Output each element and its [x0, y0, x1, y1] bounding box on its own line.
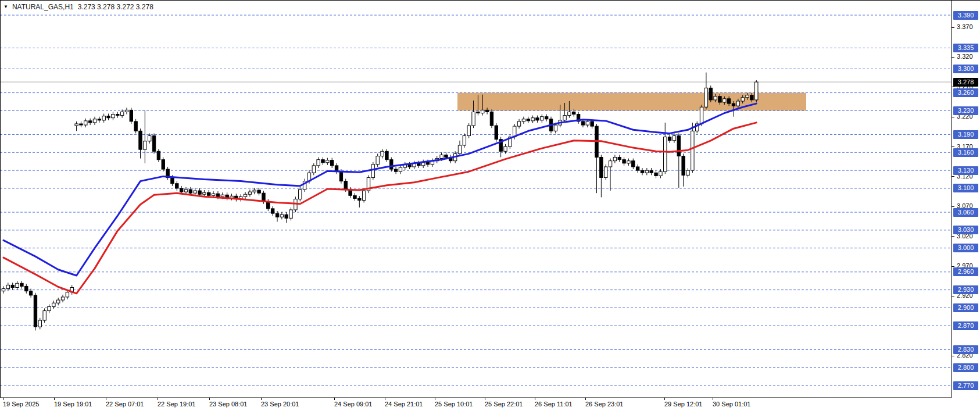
price-tick: [952, 117, 954, 117]
candle-bullish: [645, 170, 648, 173]
candle-bearish: [152, 136, 155, 152]
candle-bullish: [194, 191, 196, 193]
candle-bearish: [198, 191, 201, 194]
price-level-badge: 2.930: [953, 285, 978, 294]
candle-bullish: [458, 145, 461, 153]
candle-bullish: [541, 117, 543, 120]
candle-bearish: [180, 188, 183, 192]
time-tick-label: 25 Sep 10:01: [435, 401, 473, 408]
candle-bullish: [248, 192, 251, 194]
time-tick-label: 19 Sep 2025: [3, 401, 39, 408]
candle-bullish: [362, 191, 365, 200]
candle-bullish: [467, 126, 470, 135]
candle-bearish: [545, 117, 548, 119]
candle-bullish: [48, 306, 51, 310]
candle-bullish: [517, 121, 520, 126]
price-tick: [952, 27, 954, 28]
candle-bearish: [485, 110, 488, 112]
time-tick-label: 24 Sep 09:01: [334, 401, 372, 408]
candle-bullish: [700, 107, 703, 124]
time-tick-label: 26 Sep 23:01: [585, 401, 623, 408]
current-price-badge: 3.278: [953, 78, 978, 87]
time-tick: [585, 398, 586, 400]
candle-bullish: [736, 101, 739, 106]
candle-bearish: [632, 161, 635, 167]
candle-bullish: [93, 119, 96, 123]
candle-bearish: [353, 195, 356, 198]
candle-bullish: [148, 136, 151, 141]
candle-bullish: [43, 311, 46, 320]
candle-bullish: [686, 170, 689, 175]
candle-bullish: [704, 88, 707, 107]
candle-bullish: [75, 124, 78, 126]
trading-chart-window: ▼ NATURAL_GAS,H1 3.273 3.278 3.272 3.278…: [0, 0, 980, 411]
candle-bearish: [171, 177, 174, 183]
candle-bullish: [57, 300, 60, 303]
time-tick: [261, 398, 262, 400]
candle-bullish: [741, 98, 744, 101]
candle-bullish: [504, 146, 507, 151]
candle-bullish: [531, 118, 534, 121]
candle-bearish: [709, 88, 712, 100]
time-tick: [535, 398, 535, 400]
time-tick-label: 30 Sep 01:01: [713, 401, 750, 408]
price-level-badge: 3.230: [953, 106, 978, 115]
price-tick: [952, 87, 954, 87]
resistance-zone: [457, 93, 806, 111]
candle-bullish: [609, 161, 611, 167]
candle-bullish: [326, 160, 329, 163]
candle-bearish: [130, 110, 133, 121]
price-tick: [952, 206, 954, 207]
time-tick: [54, 398, 55, 400]
candle-bearish: [321, 160, 324, 163]
candle-bearish: [394, 169, 397, 171]
candle-bearish: [654, 173, 657, 176]
time-tick: [334, 398, 335, 400]
candle-bearish: [581, 121, 584, 125]
candle-bullish: [84, 121, 87, 125]
price-level-badge: 3.260: [953, 88, 978, 97]
candle-bullish: [2, 289, 5, 291]
ma-fast-blue-line: [3, 103, 756, 276]
candle-bullish: [317, 160, 320, 166]
price-level-badge: 3.160: [953, 148, 978, 157]
candle-bearish: [285, 215, 288, 218]
candle-bearish: [682, 156, 685, 175]
time-tick: [3, 398, 3, 400]
candle-bullish: [112, 115, 115, 118]
candle-bearish: [157, 151, 160, 159]
time-tick: [158, 398, 158, 400]
price-level-badge: 3.190: [953, 130, 978, 139]
candle-bullish: [120, 112, 123, 115]
time-tick-label: 23 Sep 08:01: [209, 401, 247, 408]
price-tick: [952, 296, 954, 296]
candle-bullish: [613, 158, 616, 161]
candle-bullish: [399, 167, 402, 171]
candle-bearish: [718, 97, 721, 102]
time-tick-label: 22 Sep 07:01: [106, 401, 144, 408]
candle-bullish: [312, 166, 315, 173]
candle-bullish: [203, 192, 206, 194]
candle-bearish: [477, 112, 480, 113]
candle-bullish: [253, 190, 256, 192]
candle-bearish: [262, 193, 265, 201]
candle-bullish: [371, 165, 374, 178]
candle-bearish: [271, 209, 274, 213]
candle-bearish: [490, 112, 493, 126]
price-level-badge: 2.770: [953, 381, 978, 390]
candle-bullish: [664, 137, 667, 172]
candle-bullish: [299, 190, 302, 199]
candle-bearish: [331, 160, 334, 166]
time-tick-label: 23 Sep 20:01: [261, 401, 299, 408]
candle-bullish: [52, 303, 55, 306]
candle-bullish: [125, 110, 128, 112]
candle-bearish: [29, 291, 32, 295]
candle-bearish: [276, 213, 278, 217]
candle-bullish: [221, 195, 224, 196]
candle-bearish: [600, 158, 603, 178]
candle-bullish: [381, 151, 384, 156]
price-chart-canvas[interactable]: [0, 1, 980, 411]
price-level-badge: 3.030: [953, 226, 978, 234]
candle-bullish: [673, 136, 675, 141]
candle-bearish: [339, 171, 342, 181]
